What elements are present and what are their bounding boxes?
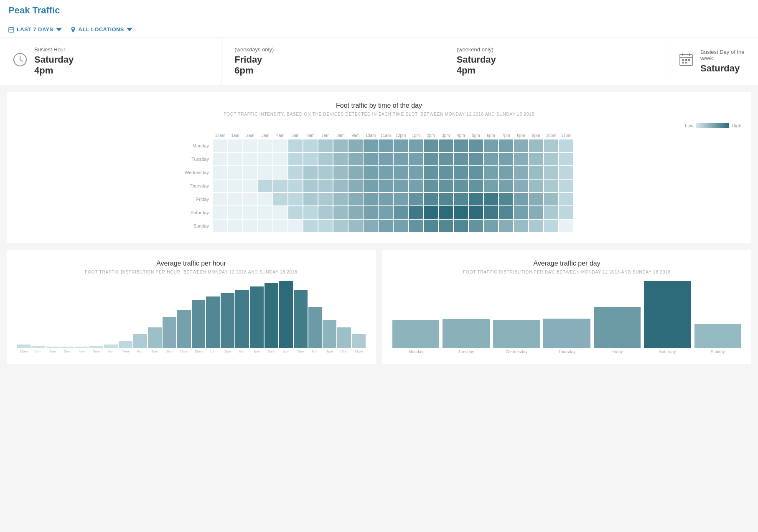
legend-gradient [696, 123, 729, 128]
heatmap-cell [303, 206, 318, 219]
hourly-bar [279, 281, 293, 348]
hourly-bar [148, 327, 162, 348]
heatmap-cell [243, 166, 257, 179]
heatmap-cell [333, 153, 348, 165]
heatmap-cell [499, 166, 513, 179]
heatmap-cell [258, 180, 272, 192]
heatmap-cell [333, 206, 348, 219]
heatmap-cell [544, 139, 558, 152]
busiest-day-card: Busiest Day of the week Saturday [666, 38, 758, 85]
heatmap-cell [348, 193, 363, 205]
hourly-bar-label: 8pm [308, 350, 322, 353]
metrics-row: Busiest Hour Saturday 4pm (weekdays only… [0, 38, 758, 85]
heatmap-cell [544, 206, 558, 219]
heatmap-cell [364, 206, 378, 219]
heatmap-cell [499, 153, 513, 165]
daily-bar [543, 319, 590, 348]
heatmap-cell [454, 166, 468, 179]
hourly-bar [75, 347, 89, 347]
heatmap-cell [529, 193, 543, 205]
busiest-day-text: Busiest Day of the week Saturday [700, 49, 745, 74]
daily-bar-labels: MondayTuesdayWednesdayThursdayFridaySatu… [392, 350, 741, 354]
heatmap-cell [303, 220, 318, 232]
clock-icon [13, 52, 28, 70]
heatmap-cell [439, 166, 453, 179]
heatmap-cell [273, 220, 287, 232]
heatmap-hour-header: 4pm [454, 132, 468, 139]
heatmap-cell [394, 180, 408, 192]
heatmap-cell [514, 193, 528, 205]
heatmap-cell [379, 166, 393, 179]
busiest-day-label: Busiest Day of the week [700, 49, 745, 61]
heatmap-cell [559, 139, 573, 152]
hourly-bar [89, 346, 103, 348]
heatmap-cell [243, 180, 257, 192]
heatmap-hour-header: 7pm [499, 132, 513, 139]
date-filter-button[interactable]: LAST 7 DAYS [8, 26, 62, 33]
heatmap-cell [258, 206, 272, 219]
heatmap-cell [348, 206, 363, 219]
calendar-icon [8, 27, 14, 33]
hourly-bar [31, 346, 45, 348]
svg-line-6 [20, 60, 23, 61]
bottom-charts-row: Average traffic per hour FOOT TRAFFIC DI… [7, 250, 751, 364]
hourly-bar [294, 290, 308, 348]
heatmap-cell [288, 193, 303, 205]
heatmap-cell [288, 139, 303, 152]
hourly-bar-label: 7pm [294, 350, 308, 353]
heatmap-cell [258, 153, 272, 165]
daily-bar-chart [392, 281, 741, 348]
busiest-day-value: Saturday [700, 63, 745, 74]
hourly-bar-label: 10pm [337, 350, 351, 353]
heatmap-cell [303, 193, 318, 205]
heatmap-cell [258, 139, 272, 152]
heatmap-cell [364, 180, 378, 192]
hourly-bar-label: 1am [31, 350, 45, 353]
heatmap-cell [228, 193, 242, 205]
legend-low-label: Low [685, 123, 693, 128]
heatmap-cell [379, 139, 393, 152]
weekday-busiest-text: (weekdays only) Friday 6pm [234, 46, 274, 76]
hourly-bar-label: 6am [104, 350, 118, 353]
daily-bar-label: Sunday [694, 350, 741, 354]
heatmap-cell [364, 139, 378, 152]
date-filter-label: LAST 7 DAYS [17, 26, 53, 33]
heatmap-cell [514, 220, 528, 232]
heatmap-hour-header: 4am [273, 132, 287, 139]
heatmap-cell [394, 166, 408, 179]
hourly-bar [221, 293, 234, 348]
heatmap-cell [499, 220, 513, 232]
heatmap-cell [424, 206, 438, 219]
location-filter-button[interactable]: ALL LOCATIONS [70, 26, 132, 33]
heatmap-hour-header: 8am [333, 132, 348, 139]
hourly-bar [46, 347, 60, 348]
hourly-chart-card: Average traffic per hour FOOT TRAFFIC DI… [7, 250, 376, 364]
heatmap-cell [424, 220, 438, 232]
heatmap-cell [303, 139, 318, 152]
heatmap-cell [439, 206, 453, 219]
heatmap-cell [514, 166, 528, 179]
heatmap-cell [288, 206, 303, 219]
heatmap-cell [424, 180, 438, 192]
chevron-down-icon [56, 27, 62, 33]
heatmap-cell [409, 220, 423, 232]
heatmap-cell [484, 220, 498, 232]
hourly-bar [192, 300, 206, 348]
heatmap-hour-header: 9am [348, 132, 363, 139]
heatmap-cell [348, 180, 363, 192]
hourly-bar-label: 3am [61, 350, 74, 353]
heatmap-cell [213, 153, 227, 165]
daily-chart-title: Average traffic per day [392, 260, 741, 267]
heatmap-cell [469, 206, 483, 219]
hourly-bar [119, 341, 132, 347]
busiest-hour-value: Saturday 4pm [34, 54, 74, 76]
heatmap-cell [394, 220, 408, 232]
heatmap-cell [409, 206, 423, 219]
heatmap-cell [559, 206, 573, 219]
filters-bar: LAST 7 DAYS ALL LOCATIONS [0, 21, 758, 38]
heatmap-hour-header: 7am [318, 132, 333, 139]
heatmap-cell [439, 220, 453, 232]
heatmap-cell [559, 166, 573, 179]
heatmap-section: Foot traffic by time of the day FOOT TRA… [7, 92, 751, 243]
hourly-bar [235, 290, 249, 348]
